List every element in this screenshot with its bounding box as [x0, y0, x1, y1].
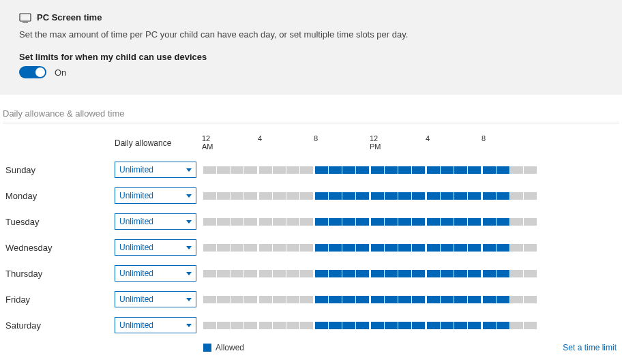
day-timeline[interactable]	[203, 166, 617, 174]
time-cell[interactable]	[300, 296, 313, 303]
time-cell[interactable]	[468, 192, 481, 200]
day-timeline[interactable]	[203, 218, 617, 226]
time-cell[interactable]	[329, 296, 342, 303]
day-timeline[interactable]	[203, 296, 617, 303]
time-cell[interactable]	[483, 322, 496, 329]
time-cell[interactable]	[524, 296, 537, 303]
time-cell[interactable]	[259, 296, 272, 303]
time-cell[interactable]	[398, 166, 411, 174]
time-cell[interactable]	[412, 218, 425, 226]
time-cell[interactable]	[483, 166, 496, 174]
time-cell[interactable]	[273, 270, 286, 277]
time-cell[interactable]	[524, 218, 537, 226]
time-cell[interactable]	[371, 270, 384, 277]
allowance-select[interactable]: Unlimited	[115, 187, 196, 204]
time-cell[interactable]	[483, 270, 496, 277]
time-cell[interactable]	[244, 270, 257, 277]
time-cell[interactable]	[329, 322, 342, 329]
time-cell[interactable]	[259, 322, 272, 329]
time-cell[interactable]	[342, 296, 355, 303]
time-cell[interactable]	[385, 296, 398, 303]
time-cell[interactable]	[412, 322, 425, 329]
time-cell[interactable]	[356, 270, 369, 277]
time-cell[interactable]	[454, 218, 467, 226]
time-cell[interactable]	[203, 244, 216, 252]
time-cell[interactable]	[259, 218, 272, 226]
time-cell[interactable]	[441, 322, 454, 329]
time-cell[interactable]	[231, 166, 243, 174]
time-cell[interactable]	[468, 218, 481, 226]
time-cell[interactable]	[286, 322, 299, 329]
time-cell[interactable]	[244, 218, 257, 226]
time-cell[interactable]	[398, 322, 411, 329]
time-cell[interactable]	[441, 218, 454, 226]
time-cell[interactable]	[510, 244, 523, 252]
time-cell[interactable]	[427, 322, 440, 329]
time-cell[interactable]	[398, 296, 411, 303]
time-cell[interactable]	[259, 192, 272, 200]
time-cell[interactable]	[427, 218, 440, 226]
time-cell[interactable]	[524, 192, 537, 200]
time-cell[interactable]	[371, 244, 384, 252]
time-cell[interactable]	[510, 166, 523, 174]
time-cell[interactable]	[217, 296, 230, 303]
time-cell[interactable]	[412, 192, 425, 200]
time-cell[interactable]	[385, 244, 398, 252]
time-cell[interactable]	[371, 192, 384, 200]
time-cell[interactable]	[286, 218, 299, 226]
time-cell[interactable]	[342, 322, 355, 329]
time-cell[interactable]	[497, 166, 509, 174]
time-cell[interactable]	[203, 322, 216, 329]
time-cell[interactable]	[398, 244, 411, 252]
time-cell[interactable]	[427, 296, 440, 303]
time-cell[interactable]	[454, 192, 467, 200]
time-cell[interactable]	[497, 192, 509, 200]
time-cell[interactable]	[286, 166, 299, 174]
time-cell[interactable]	[441, 166, 454, 174]
time-cell[interactable]	[342, 218, 355, 226]
time-cell[interactable]	[468, 322, 481, 329]
set-time-limit-link[interactable]: Set a time limit	[563, 343, 617, 352]
time-cell[interactable]	[510, 218, 523, 226]
allowance-select[interactable]: Unlimited	[115, 317, 196, 333]
time-cell[interactable]	[273, 322, 286, 329]
time-cell[interactable]	[441, 192, 454, 200]
time-cell[interactable]	[385, 270, 398, 277]
time-cell[interactable]	[454, 322, 467, 329]
time-cell[interactable]	[468, 270, 481, 277]
allowance-select[interactable]: Unlimited	[115, 265, 196, 282]
time-cell[interactable]	[483, 192, 496, 200]
time-cell[interactable]	[454, 296, 467, 303]
time-cell[interactable]	[468, 296, 481, 303]
time-cell[interactable]	[454, 166, 467, 174]
allowance-select[interactable]: Unlimited	[115, 213, 196, 230]
time-cell[interactable]	[217, 244, 230, 252]
time-cell[interactable]	[510, 296, 523, 303]
time-cell[interactable]	[454, 270, 467, 277]
time-cell[interactable]	[385, 322, 398, 329]
time-cell[interactable]	[441, 296, 454, 303]
time-cell[interactable]	[385, 218, 398, 226]
time-cell[interactable]	[497, 270, 509, 277]
time-cell[interactable]	[483, 296, 496, 303]
time-cell[interactable]	[356, 322, 369, 329]
time-cell[interactable]	[454, 244, 467, 252]
allowance-select[interactable]: Unlimited	[115, 162, 196, 178]
time-cell[interactable]	[300, 166, 313, 174]
time-cell[interactable]	[315, 192, 328, 200]
time-cell[interactable]	[371, 322, 384, 329]
time-cell[interactable]	[244, 166, 257, 174]
time-cell[interactable]	[244, 192, 257, 200]
time-cell[interactable]	[398, 192, 411, 200]
limits-toggle[interactable]	[19, 66, 46, 78]
time-cell[interactable]	[231, 244, 243, 252]
time-cell[interactable]	[286, 270, 299, 277]
time-cell[interactable]	[356, 192, 369, 200]
time-cell[interactable]	[356, 296, 369, 303]
time-cell[interactable]	[231, 192, 243, 200]
time-cell[interactable]	[329, 192, 342, 200]
time-cell[interactable]	[412, 244, 425, 252]
time-cell[interactable]	[231, 322, 243, 329]
time-cell[interactable]	[300, 218, 313, 226]
time-cell[interactable]	[497, 296, 509, 303]
